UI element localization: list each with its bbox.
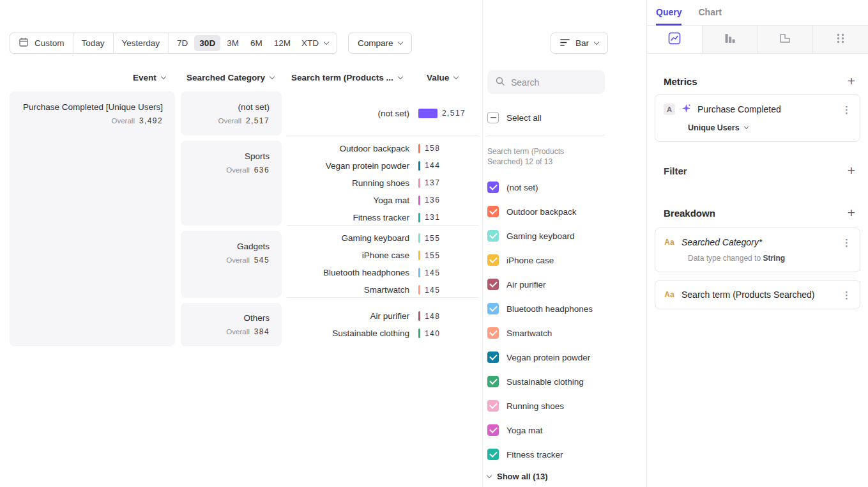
checkbox[interactable]	[487, 254, 499, 266]
filter-item[interactable]: Gaming keyboard	[487, 224, 646, 248]
show-all-button[interactable]: Show all (13)	[487, 472, 646, 481]
range-30d[interactable]: 30D	[194, 35, 220, 51]
term-row[interactable]: Yoga mat136	[287, 192, 478, 209]
checkbox[interactable]	[487, 182, 499, 193]
range-6m[interactable]: 6M	[245, 35, 268, 51]
value-bar	[418, 311, 420, 321]
term-row[interactable]: Outdoor backpack158	[287, 140, 478, 157]
metric-card[interactable]: A Purchase Completed ⋮ Unique Users	[655, 94, 860, 142]
add-metric-button[interactable]: +	[848, 75, 855, 87]
metrics-section-header: Metrics +	[664, 75, 855, 87]
filter-item[interactable]: (not set)	[487, 175, 646, 199]
term-row[interactable]: Smartwatch145	[287, 281, 478, 298]
legend-search-box[interactable]	[487, 70, 605, 94]
column-header-category[interactable]: Searched Category	[187, 73, 274, 82]
tab-chart-label: Chart	[698, 7, 722, 17]
term-label: Vegan protein powder	[287, 161, 409, 171]
tab-flows[interactable]	[813, 26, 868, 53]
term-label: Yoga mat	[287, 196, 409, 205]
tab-insights[interactable]	[647, 26, 703, 53]
today-button[interactable]: Today	[73, 33, 113, 53]
breakdown-menu-button[interactable]: ⋮	[842, 290, 851, 300]
filter-item[interactable]: Air purifier	[487, 272, 646, 297]
category-cell[interactable]: SportsOverall636	[181, 141, 282, 226]
tab-query-label: Query	[656, 7, 681, 17]
event-overall-value: 3,492	[139, 116, 163, 125]
select-all-checkbox[interactable]	[487, 112, 499, 123]
checkbox[interactable]	[487, 303, 499, 314]
custom-date-button[interactable]: Custom	[10, 33, 73, 53]
value-label: 145	[425, 286, 440, 295]
compare-button[interactable]: Compare	[348, 33, 413, 54]
term-row[interactable]: (not set)2,517	[287, 105, 478, 122]
term-label: Smartwatch	[287, 285, 409, 295]
checkbox[interactable]	[487, 206, 499, 217]
filter-list: (not set)Outdoor backpackGaming keyboard…	[487, 175, 646, 467]
value-bar	[418, 268, 420, 277]
term-row[interactable]: Air purifier148	[287, 307, 478, 325]
value-bar	[418, 233, 420, 243]
chevron-down-icon	[270, 73, 275, 79]
term-row[interactable]: Running shoes137	[287, 174, 478, 192]
filter-item[interactable]: Vegan protein powder	[487, 345, 646, 369]
range-3m[interactable]: 3M	[222, 35, 244, 51]
select-all-row[interactable]: Select all	[487, 109, 646, 127]
term-row[interactable]: Bluetooth headphones145	[287, 264, 478, 281]
column-header-term[interactable]: Search term (Products ...	[291, 73, 402, 82]
filter-item[interactable]: iPhone case	[487, 248, 646, 272]
breakdown-menu-button[interactable]: ⋮	[842, 238, 851, 247]
header-label: Value	[427, 73, 449, 82]
term-row[interactable]: Sustainable clothing140	[287, 325, 478, 342]
checkbox[interactable]	[487, 400, 499, 412]
term-row-group: Outdoor backpack158Vegan protein powder1…	[287, 141, 478, 226]
term-row[interactable]: Vegan protein powder144	[287, 157, 478, 174]
checkbox[interactable]	[487, 327, 499, 339]
tab-query[interactable]: Query	[656, 0, 681, 26]
checkbox[interactable]	[487, 449, 499, 460]
checkbox[interactable]	[487, 279, 499, 290]
column-header-event[interactable]: Event	[133, 73, 165, 82]
chevron-down-icon	[398, 73, 403, 79]
yesterday-button[interactable]: Yesterday	[114, 33, 169, 53]
checkbox[interactable]	[487, 230, 499, 242]
checkbox[interactable]	[487, 352, 499, 363]
filter-item[interactable]: Bluetooth headphones	[487, 297, 646, 321]
chevron-down-icon	[398, 39, 403, 44]
filter-item[interactable]: Sustainable clothing	[487, 369, 646, 394]
event-name: Purchase Completed [Unique Users]	[23, 102, 163, 112]
breakdown-label: Search term (Products Searched)	[681, 290, 835, 300]
checkbox[interactable]	[487, 424, 499, 436]
value-label: 144	[425, 161, 440, 170]
filter-item[interactable]: Fitness tracker	[487, 442, 646, 467]
filter-item[interactable]: Outdoor backpack	[487, 199, 646, 224]
date-range-toolbar: Custom Today Yesterday 7D30D3M6M12M XTD …	[10, 33, 412, 54]
range-7d[interactable]: 7D	[172, 35, 193, 51]
term-row[interactable]: iPhone case155	[287, 247, 478, 264]
tab-funnels[interactable]	[703, 26, 758, 53]
date-range-segmented-control: Custom Today Yesterday 7D30D3M6M12M XTD	[10, 33, 337, 54]
term-row[interactable]: Fitness tracker131	[287, 209, 478, 226]
filter-item[interactable]: Running shoes	[487, 394, 646, 418]
breakdown-card[interactable]: Aa Search term (Products Searched) ⋮	[655, 280, 860, 309]
checkbox[interactable]	[487, 376, 499, 387]
tab-retention[interactable]	[758, 26, 814, 53]
event-cell[interactable]: Purchase Completed [Unique Users] Overal…	[10, 91, 175, 346]
range-12m[interactable]: 12M	[269, 35, 296, 51]
filter-item[interactable]: Yoga mat	[487, 418, 646, 442]
search-input[interactable]	[511, 77, 594, 88]
custom-date-label: Custom	[34, 38, 65, 48]
value-label: 148	[425, 312, 440, 321]
add-filter-button[interactable]: +	[848, 165, 855, 176]
xtd-button[interactable]: XTD	[299, 33, 337, 53]
filter-item[interactable]: Smartwatch	[487, 321, 646, 345]
breakdown-card[interactable]: Aa Searched Category* ⋮ Data type change…	[655, 228, 860, 272]
category-cell[interactable]: OthersOverall384	[181, 303, 282, 346]
add-breakdown-button[interactable]: +	[848, 207, 855, 219]
tab-chart[interactable]: Chart	[698, 0, 722, 26]
term-row[interactable]: Gaming keyboard155	[287, 229, 478, 247]
measure-selector[interactable]: Unique Users	[688, 123, 851, 132]
category-cell[interactable]: (not set)Overall2,517	[181, 91, 282, 135]
category-cell[interactable]: GadgetsOverall545	[181, 231, 282, 298]
column-header-value[interactable]: Value	[427, 73, 458, 82]
metric-menu-button[interactable]: ⋮	[842, 105, 851, 114]
